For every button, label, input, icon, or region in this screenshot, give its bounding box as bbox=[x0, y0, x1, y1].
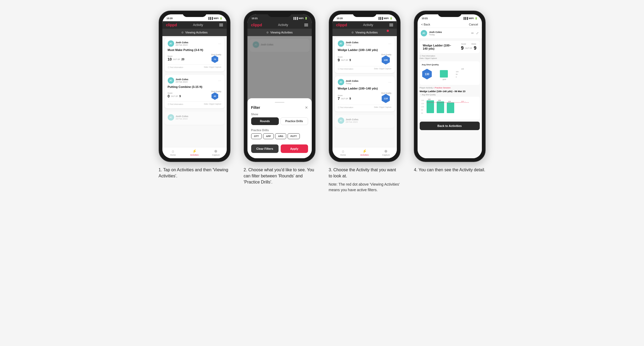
signal-icon-3: ▐▐▐ bbox=[378, 17, 383, 20]
tag-putt[interactable]: PUTT bbox=[288, 133, 300, 139]
cancel-btn-4[interactable]: Cancel bbox=[469, 23, 478, 26]
more-dots-2[interactable]: ··· bbox=[218, 78, 221, 83]
user-date-3-2: Today bbox=[346, 82, 359, 85]
edit-icon-4[interactable]: ✏ bbox=[471, 31, 474, 35]
nav-home-1[interactable]: ⌂ Home bbox=[162, 149, 184, 156]
svg-text:APP: APP bbox=[443, 79, 446, 80]
nav-capture-1[interactable]: ⊕ Capture bbox=[205, 149, 227, 156]
footer-left-2: ⓘ Test Information bbox=[168, 103, 183, 106]
nav-activities-1[interactable]: ⚡ Activities bbox=[184, 149, 205, 156]
activity-card-3-1[interactable]: JC Josh Coles Today ··· Wedge Ladder (10… bbox=[335, 38, 395, 73]
score-val-row-2: 0 OUT OF 9 bbox=[168, 94, 181, 98]
viewing-label-1: Viewing Activities bbox=[185, 31, 208, 34]
signal-icon: ▐▐▐ bbox=[208, 17, 213, 20]
card-footer-3-1: ⓘ Test Information Data: Clippd Capture bbox=[338, 66, 392, 70]
svg-rect-11 bbox=[427, 100, 434, 113]
detail-shots-val-4: 9 bbox=[474, 45, 476, 51]
session-sub-4: → Avg Shot Quality bbox=[420, 94, 480, 96]
filter-drills-label: Practice Drills bbox=[251, 129, 308, 132]
out-of-2: OUT OF bbox=[171, 95, 178, 97]
nav-activities-3[interactable]: ⚡ Activities bbox=[354, 149, 375, 156]
filter-show-label: Show bbox=[251, 113, 308, 116]
user-details-3: Josh Coles 28 Feb 2023 bbox=[176, 115, 188, 120]
quality-badge-1: 75 bbox=[211, 55, 218, 63]
scroll-content-3: JC Josh Coles Today ··· Wedge Ladder (10… bbox=[332, 36, 397, 147]
red-dot-3 bbox=[387, 30, 389, 32]
menu-icon-2[interactable] bbox=[304, 24, 308, 26]
viewing-bar-3[interactable]: ⚙ Viewing Activities bbox=[332, 29, 397, 36]
wifi-icon-4: WiFi bbox=[469, 17, 474, 20]
svg-text:140: 140 bbox=[421, 100, 424, 101]
back-btn-4[interactable]: < Back bbox=[421, 23, 430, 26]
more-dots-3-1[interactable]: ··· bbox=[388, 41, 392, 46]
activity-card-3-2[interactable]: JC Josh Coles Today ··· Wedge Ladder (10… bbox=[335, 76, 395, 112]
avatar-3-1: JC bbox=[338, 40, 344, 47]
filter-sheet-2: Filter ✕ Show Rounds Practice Drills Pra… bbox=[247, 98, 312, 158]
activity-title-2: Putting Combine (3-15 ft) bbox=[168, 85, 221, 88]
practice-drills-toggle[interactable]: Practice Drills bbox=[280, 117, 308, 125]
nav-capture-3[interactable]: ⊕ Capture bbox=[375, 149, 397, 156]
caption-4-number: 4. bbox=[414, 168, 417, 172]
svg-text:124 →: 124 → bbox=[461, 101, 466, 102]
clear-filters-btn[interactable]: Clear Filters bbox=[251, 144, 279, 153]
status-time-2: 13:21 bbox=[252, 17, 258, 20]
more-dots-1[interactable]: ··· bbox=[218, 41, 221, 46]
status-icons-4: ▐▐▐ WiFi 🔋 bbox=[463, 17, 477, 20]
filter-icon-1: ⚙ bbox=[181, 31, 184, 34]
viewing-label-2: Viewing Activities bbox=[270, 31, 293, 34]
phone-3: 13:20 ▐▐▐ WiFi 🔋 clippd Activity ⚙ bbox=[329, 11, 401, 162]
viewing-bar-2[interactable]: ⚙ Viewing Activities bbox=[247, 29, 312, 36]
activity-card-2[interactable]: JC Josh Coles 28 Feb 2023 ··· Putting Co… bbox=[165, 75, 225, 108]
tag-ott[interactable]: OTT bbox=[251, 133, 262, 139]
user-details-3-2: Josh Coles Today bbox=[346, 80, 359, 85]
activity-card-3-partial: JC Josh Coles 28 Feb 2023 bbox=[335, 115, 395, 128]
phone-4-col: 13:21 ▐▐▐ WiFi 🔋 < Back Cancel JC bbox=[411, 11, 488, 173]
detail-score-val-4: 9 bbox=[461, 45, 464, 51]
card-header-3: JC Josh Coles 28 Feb 2023 bbox=[168, 114, 221, 121]
detail-user-row-4: JC Josh Coles Today ✏ ⤢ bbox=[418, 28, 482, 39]
stats-row-2: Score 0 OUT OF 9 Shot Quality 4 bbox=[168, 91, 221, 100]
activity-card-1[interactable]: JC Josh Coles 28 Feb 2023 ··· Must Make … bbox=[165, 38, 225, 71]
drill-title-4: Wedge Ladder (100–140 yds) bbox=[423, 44, 455, 50]
back-bar-4: < Back Cancel bbox=[418, 21, 482, 28]
nav-home-3[interactable]: ⌂ Home bbox=[332, 149, 354, 156]
stats-row-1: Score 10 OUT OF 20 Shot Quality bbox=[168, 54, 221, 63]
status-icons-2: ▐▐▐ WiFi 🔋 bbox=[293, 17, 307, 20]
svg-text:100: 100 bbox=[421, 106, 424, 108]
filter-buttons: Clear Filters Apply bbox=[251, 144, 308, 153]
activity-card-3-partial: JC Josh Coles 28 Feb 2023 bbox=[165, 112, 225, 125]
bar-chart-4: 140 120 100 80 60 132 129 bbox=[420, 97, 480, 119]
svg-text:50: 50 bbox=[456, 74, 458, 75]
drill-tags: OTT APP ARG PUTT bbox=[251, 133, 308, 139]
menu-icon-1[interactable] bbox=[219, 24, 223, 26]
card-header-2: JC Josh Coles 28 Feb 2023 ··· bbox=[168, 77, 221, 84]
menu-icon-3[interactable] bbox=[389, 24, 393, 26]
rounds-toggle[interactable]: Rounds bbox=[251, 117, 279, 125]
caption-1: 1. Tap on Activities and then 'Viewing A… bbox=[159, 167, 230, 179]
filter-drag-handle[interactable] bbox=[275, 102, 284, 103]
tag-arg[interactable]: ARG bbox=[275, 133, 286, 139]
caption-3-note: Note: The red dot above 'Viewing Activit… bbox=[329, 182, 401, 193]
home-icon-3: ⌂ bbox=[342, 149, 344, 153]
avatar-3: JC bbox=[168, 114, 174, 121]
caption-2: 2. Choose what you'd like to see. You ca… bbox=[244, 167, 315, 185]
user-name-2: Josh Coles bbox=[176, 78, 188, 81]
stats-row-3-2: Score 7 OUT OF 9 Shot Quality 1 bbox=[338, 92, 392, 103]
status-time-1: 13:20 bbox=[167, 17, 173, 20]
apply-btn[interactable]: Apply bbox=[281, 144, 308, 153]
caption-2-text: Choose what you'd like to see. You can f… bbox=[244, 168, 314, 184]
svg-text:0: 0 bbox=[456, 76, 457, 78]
back-to-activities-btn-4[interactable]: Back to Activities bbox=[420, 122, 480, 130]
more-dots-3-2[interactable]: ··· bbox=[388, 80, 392, 84]
capture-icon-3: ⊕ bbox=[384, 149, 388, 153]
viewing-bar-1[interactable]: ⚙ Viewing Activities bbox=[162, 29, 227, 36]
expand-icon-4[interactable]: ⤢ bbox=[476, 31, 479, 35]
tag-app[interactable]: APP bbox=[263, 133, 274, 139]
close-filter-btn[interactable]: ✕ bbox=[305, 105, 308, 110]
caption-2-number: 2. bbox=[244, 168, 247, 172]
shots-val-1: 20 bbox=[181, 58, 184, 61]
footer-left-1: ⓘ Test Information bbox=[168, 66, 183, 69]
score-val-2: 0 bbox=[168, 94, 170, 98]
svg-text:124: 124 bbox=[448, 101, 451, 102]
user-name-3-1: Josh Coles bbox=[346, 41, 359, 44]
